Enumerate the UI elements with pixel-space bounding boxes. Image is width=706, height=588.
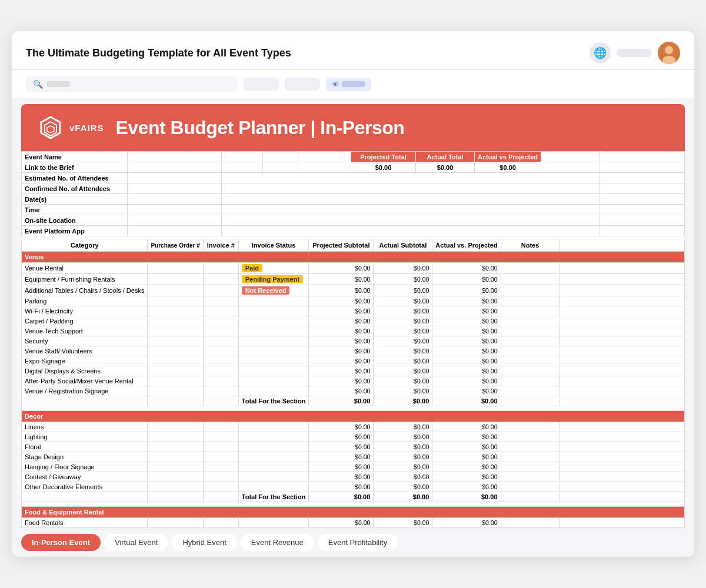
banner-title: Event Budget Planner | In-Person <box>116 117 405 139</box>
table-row: Floral $0.00 $0.00 $0.00 <box>22 442 685 452</box>
toolbar-filter-1[interactable] <box>244 78 279 91</box>
info-dates: Date(s) <box>22 194 685 205</box>
tab-virtual[interactable]: Virtual Event <box>104 534 168 551</box>
venue-total-row: Total For the Section $0.00 $0.00 $0.00 <box>22 396 685 406</box>
toolbar: 🔍 👁 <box>12 70 694 98</box>
svg-marker-4 <box>45 122 56 136</box>
table-row: Venue / Registration Signage $0.00 $0.00… <box>22 386 685 396</box>
table-row: Carpet / Padding $0.00 $0.00 $0.00 <box>22 316 685 326</box>
table-row: Food Rentals $0.00 $0.00 $0.00 <box>22 518 685 528</box>
eye-icon: 👁 <box>332 80 339 89</box>
svg-point-1 <box>665 46 673 54</box>
table-row: Additional Tables / Chairs / Stools / De… <box>22 285 685 296</box>
info-event-name: Event Name Projected Total Actual Total … <box>22 152 685 162</box>
tab-hybrid[interactable]: Hybrid Event <box>172 534 237 551</box>
col-status: Invoice Status <box>238 239 309 252</box>
svg-marker-5 <box>47 126 54 133</box>
table-header-row: Category Purchase Order # Invoice # Invo… <box>22 239 685 252</box>
table-row: Other Decorative Elements $0.00 $0.00 $0… <box>22 482 685 492</box>
col-notes: Notes <box>501 239 560 252</box>
info-table: Event Name Projected Total Actual Total … <box>21 151 685 236</box>
table-row: Parking $0.00 $0.00 $0.00 <box>22 296 685 306</box>
logo-text: vFAIRS <box>69 123 104 133</box>
table-row: Contest / Giveaway $0.00 $0.00 $0.00 <box>22 472 685 482</box>
info-brief: Link to the Brief $0.00 $0.00 $0.00 <box>22 162 685 173</box>
info-platform: Event Platform App <box>22 226 685 236</box>
table-row: After-Party Social/Mixer Venue Rental $0… <box>22 376 685 386</box>
title-bar: The Ultimate Budgeting Template for All … <box>12 31 694 69</box>
decor-total-row: Total For the Section $0.00 $0.00 $0.00 <box>22 492 685 502</box>
info-est-attendees: Estimated No. of Attendees <box>22 173 685 183</box>
info-location: On-site Location <box>22 215 685 226</box>
table-row: Linens $0.00 $0.00 $0.00 <box>22 422 685 432</box>
table-row: Security $0.00 $0.00 $0.00 <box>22 336 685 346</box>
search-bar[interactable]: 🔍 <box>26 76 238 92</box>
status-badge-paid: Paid <box>242 264 262 272</box>
page-title: The Ultimate Budgeting Template for All … <box>26 47 291 59</box>
content-area: vFAIRS Event Budget Planner | In-Person <box>12 98 694 528</box>
svg-marker-3 <box>41 117 60 138</box>
view-toggle[interactable]: 👁 <box>326 78 371 91</box>
col-actual-sub: Actual Subtotal <box>374 239 432 252</box>
info-time: Time <box>22 205 685 215</box>
search-icon: 🔍 <box>33 79 43 89</box>
table-row: Expo Signage $0.00 $0.00 $0.00 <box>22 356 685 366</box>
toolbar-filter-2[interactable] <box>285 78 320 91</box>
col-invoice: Invoice # <box>203 239 238 252</box>
table-row: Lighting $0.00 $0.00 $0.00 <box>22 432 685 442</box>
spreadsheet: vFAIRS Event Budget Planner | In-Person <box>21 104 685 528</box>
status-badge-pending: Pending Payment <box>242 275 303 283</box>
table-row: Venue Rental Paid $0.00 $0.00 $0.00 <box>22 263 685 274</box>
col-category: Category <box>22 239 148 252</box>
info-conf-attendees: Confirmed No. of Attendees <box>22 183 685 194</box>
tab-profitability[interactable]: Event Profitability <box>318 534 398 551</box>
view-label <box>342 81 365 87</box>
table-row: Digital Displays & Screens $0.00 $0.00 $… <box>22 366 685 376</box>
section-food: Food & Equipment Rental <box>22 507 685 518</box>
table-row: Wi-Fi / Electricity $0.00 $0.00 $0.00 <box>22 306 685 316</box>
spacer-row <box>22 502 685 507</box>
table-row: Hanging / Floor Signage $0.00 $0.00 $0.0… <box>22 462 685 472</box>
banner: vFAIRS Event Budget Planner | In-Person <box>21 104 685 151</box>
section-decor: Decor <box>22 411 685 422</box>
title-bar-actions: 🌐 <box>590 42 680 64</box>
spacer-row <box>22 406 685 411</box>
col-avp: Actual vs. Projected <box>432 239 501 252</box>
globe-icon[interactable]: 🌐 <box>590 42 611 64</box>
search-placeholder <box>46 81 70 87</box>
table-row: Venue Staff/ Volunteers $0.00 $0.00 $0.0… <box>22 346 685 356</box>
tab-revenue[interactable]: Event Revenue <box>241 534 314 551</box>
section-venue: Venue <box>22 252 685 263</box>
col-po: Purchase Order # <box>148 239 203 252</box>
title-bar-indicator <box>617 49 652 57</box>
logo: vFAIRS <box>38 115 104 141</box>
table-row: Venue Tech Support $0.00 $0.00 $0.00 <box>22 326 685 336</box>
avatar[interactable] <box>658 42 680 64</box>
table-row: Equipment / Furnishing Rentals Pending P… <box>22 274 685 285</box>
budget-table: Category Purchase Order # Invoice # Invo… <box>21 239 685 528</box>
tabs-bar: In-Person Event Virtual Event Hybrid Eve… <box>12 528 694 557</box>
status-badge-not-received: Not Received <box>242 286 290 295</box>
tab-in-person[interactable]: In-Person Event <box>21 534 101 551</box>
table-row: Stage Design $0.00 $0.00 $0.00 <box>22 452 685 462</box>
col-proj-sub: Projected Subtotal <box>309 239 374 252</box>
vfairs-logo-icon <box>38 115 64 141</box>
